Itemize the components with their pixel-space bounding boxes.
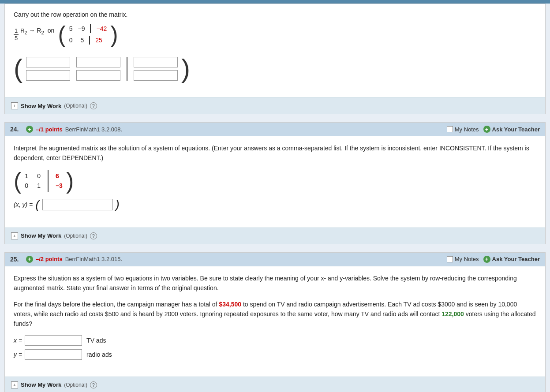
fraction: 1 5 [14,27,19,41]
matrix-vertical-bar [127,57,127,81]
q24-header: 24. + –/1 points BerrFinMath1 3.2.008. M… [5,123,545,136]
q24-plus-btn[interactable]: + [26,126,33,133]
row-operation: 1 5 R2 → R2 on ( 5 −9 −42 [14,18,536,51]
input-row-r1-right [134,57,178,67]
q25-body: Express the situation as a system of two… [5,266,545,370]
vert-separator [90,24,91,33]
input-row-1 [26,57,120,67]
q25-header-left: 25. + –/2 points BerrFinMath1 3.2.015. [10,256,122,263]
input-row-r2-right [134,70,178,81]
q23-matrix: ( 5 −9 −42 0 5 25 [58,22,118,46]
bracket-left: ( [58,23,65,46]
q25-answers: x = TV ads y = radio ads [14,335,536,360]
q25-x-row: x = TV ads [14,335,536,346]
q25-ask-label: Ask Your Teacher [492,256,540,262]
q24-open-paren: ( [35,198,39,211]
matrix-input-r1c3[interactable] [134,57,178,67]
q23-text: Carry out the row operation on the matri… [14,11,536,18]
q25-notes-checkbox[interactable] [447,256,453,262]
q25-ask-teacher[interactable]: + Ask Your Teacher [483,256,540,263]
q25-header: 25. + –/2 points BerrFinMath1 3.2.015. M… [5,253,545,266]
q24-ask-teacher[interactable]: + Ask Your Teacher [483,126,540,133]
vert-separator-2 [89,36,90,45]
help-icon[interactable]: ? [90,102,97,109]
top-bar [0,0,550,4]
q24-header-right: My Notes + Ask Your Teacher [447,126,540,133]
q24-notes-btn[interactable]: My Notes [447,126,479,133]
q24-matrix-r2-right: −3 [56,182,63,189]
q24-matrix-left: 1 0 0 1 [21,171,44,191]
q24-show-work-label: Show My Work [21,232,61,239]
q25-show-work[interactable]: + Show My Work (Optional) ? [5,377,545,392]
q24-matrix-display: ( 1 0 0 1 6 [14,169,536,192]
q25-voters: 122,000 [441,310,464,317]
q24-matrix-r1: 1 0 [25,172,41,179]
show-work-icon: + [11,102,18,109]
q24-xy-input[interactable] [42,199,113,210]
matrix-input-r2c3[interactable] [134,70,178,81]
q24-number: 24. [10,126,23,133]
q25-y-label: y = [14,351,22,358]
q24-matrix-r1-right: 6 [56,172,63,179]
q24-ask-label: Ask Your Teacher [492,126,540,133]
q25-text-2-pre: For the final days before the election, … [14,301,217,308]
q25-show-work-label: Show My Work [21,381,61,388]
q24-header-left: 24. + –/1 points BerrFinMath1 3.2.008. [10,126,122,133]
input-row-2 [26,70,120,81]
q24-show-work-icon: + [11,232,18,239]
row-op-r2: R2 [20,27,27,34]
q24-xy-label: (x, y) = [14,201,33,208]
q25-notes-btn[interactable]: My Notes [447,256,479,262]
matrix-cells: 5 −9 −42 0 5 25 [66,22,111,46]
q24-right-paren: ) [66,169,74,192]
q25-number: 25. [10,256,23,263]
q25-x-suffix: TV ads [86,337,106,344]
q25-show-work-optional: (Optional) [64,382,87,388]
q25-x-input[interactable] [25,335,82,346]
q24-text: Interpret the augmented matrix as the so… [14,143,536,163]
matrix-row-1: 5 −9 −42 [69,24,107,33]
q25-plus-btn[interactable]: + [26,256,33,263]
question-25: 25. + –/2 points BerrFinMath1 3.2.015. M… [4,252,546,392]
right-paren-big: ) [181,56,190,82]
q24-notes-label: My Notes [455,126,479,133]
q25-y-row: y = radio ads [14,349,536,360]
question-24: 24. + –/1 points BerrFinMath1 3.2.008. M… [4,122,546,244]
q25-ask-plus: + [483,256,490,263]
bracket-right: ) [110,23,118,46]
input-cells-left [22,55,124,82]
show-work-label: Show My Work [21,103,61,109]
q24-ask-plus: + [483,126,490,133]
matrix-input-r2c2[interactable] [76,70,120,81]
q24-matrix-r2: 0 1 [25,182,41,189]
q25-help-icon[interactable]: ? [90,381,97,388]
q24-points: –/1 points [36,126,63,133]
q24-xy-eq: (x, y) = ( ) [14,198,536,211]
q24-help-icon[interactable]: ? [90,232,97,239]
show-work-optional: (Optional) [64,103,87,109]
q23-body: Carry out the row operation on the matri… [5,4,545,91]
matrix-input-r1c1[interactable] [26,57,70,67]
q25-y-suffix: radio ads [86,351,112,358]
row-op-arrow: → R2 [29,27,44,34]
matrix-row-2: 0 5 25 [69,36,107,45]
question-23-partial: Carry out the row operation on the matri… [4,4,546,114]
q25-show-work-icon: + [11,381,18,388]
q24-show-work[interactable]: + Show My Work (Optional) ? [5,228,545,244]
q24-vert-bar [48,170,49,192]
matrix-input-r1c2[interactable] [76,57,120,67]
q25-source: BerrFinMath1 3.2.015. [65,256,122,262]
q25-x-label: x = [14,337,22,344]
matrix-input-r2c1[interactable] [26,70,70,81]
row-op-on: on [48,27,55,34]
q25-header-right: My Notes + Ask Your Teacher [447,256,540,263]
q24-notes-checkbox[interactable] [447,126,453,132]
q23-show-work[interactable]: + Show My Work (Optional) ? [5,97,545,114]
q24-matrix-right: 6 −3 [52,171,66,191]
q25-amount: $34,500 [219,301,241,308]
input-cells-right [130,55,181,82]
q25-y-input[interactable] [25,349,82,360]
q24-body: Interpret the augmented matrix as the so… [5,136,545,221]
q25-text-1: Express the situation as a system of two… [14,273,536,293]
q23-answer-matrix: ( [14,55,536,82]
